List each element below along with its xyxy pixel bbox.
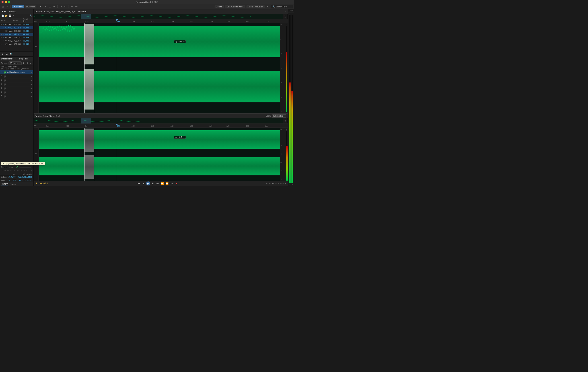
output-knob-icon[interactable]: ◎ xyxy=(9,166,10,168)
mini-zoom-out-icon[interactable]: ◁ xyxy=(284,14,286,16)
select-tool-icon[interactable]: ⌖ xyxy=(44,5,47,9)
file-item-4[interactable]: ▶ ♪♪ 04-root...ub-yard.mp3 3:21.012 4410… xyxy=(0,33,33,36)
export-btn[interactable]: ⇨ xyxy=(266,182,268,185)
zoom-select[interactable]: Independent xyxy=(272,114,286,118)
effect-item-3[interactable]: 3 ⏻ ▶ xyxy=(0,78,33,82)
view-dur-val[interactable]: 2:27.252 xyxy=(25,179,32,181)
new-file-icon[interactable]: 📄 xyxy=(1,14,4,17)
workspace-radio-btn[interactable]: Radio Production xyxy=(246,5,265,8)
file-item-6[interactable]: ▶ ♪♪ 06-root...ub-yard.mp3 3:29.867 4410… xyxy=(0,39,33,42)
skip-prev-btn[interactable]: ⏭ xyxy=(156,181,160,186)
effect-power-2[interactable]: ⏻ xyxy=(4,75,6,78)
effect-expand-5[interactable]: ▶ xyxy=(31,87,33,89)
pause-btn[interactable]: ⏸ xyxy=(151,181,155,186)
cursor-tool-icon[interactable]: ↖ xyxy=(39,5,43,9)
save-preset-icon[interactable]: ⬇ xyxy=(22,62,25,64)
pencil-tool-icon[interactable]: ✏ xyxy=(70,5,74,9)
workspace-edit-audio-btn[interactable]: Edit Audio to Video xyxy=(225,5,245,8)
effect-expand-4[interactable]: ▶ xyxy=(31,83,33,85)
maximize-button[interactable] xyxy=(8,1,10,3)
properties-tab[interactable]: Properties xyxy=(19,57,29,60)
effect-expand-3[interactable]: ▶ xyxy=(31,79,33,81)
zoom-time-btn[interactable]: ⊞ xyxy=(285,182,286,185)
skip-end-btn[interactable]: ⏭ xyxy=(170,181,174,186)
share-btn[interactable]: ⇦ xyxy=(269,182,271,185)
preview-waveform-tracks[interactable]: ◎ +0 dB ✕ xyxy=(39,128,280,181)
record-btn[interactable]: ⏺ xyxy=(175,181,178,186)
effect-expand-7[interactable]: ▶ xyxy=(31,95,33,97)
mini-waveform-overview[interactable]: ◁ ▷ xyxy=(33,14,288,19)
effect-expand-2[interactable]: ▶ xyxy=(31,75,33,77)
zoom-out-btn[interactable]: ⊖ xyxy=(272,182,274,185)
skip-start-btn[interactable]: ⏮ xyxy=(137,181,141,186)
effect-power-4[interactable]: ⏻ xyxy=(4,83,6,86)
view-end-val[interactable]: 2:27.252 xyxy=(17,179,24,181)
multitrack-tab[interactable]: Multitrack xyxy=(25,5,36,8)
view-start-val[interactable]: 2:27.252 xyxy=(8,179,16,181)
effect-item-1[interactable]: 1 ⏻ Multiband Compressor ▶ xyxy=(0,70,33,74)
search-box[interactable]: 🔍 Search Help xyxy=(271,5,293,8)
favorite-preset-icon[interactable]: ★ xyxy=(29,62,32,64)
preview-gain-menu[interactable]: ✕ xyxy=(183,136,184,138)
marquee-tool-icon[interactable]: ◫ xyxy=(48,5,52,9)
mini-zoom-in-icon[interactable]: ▷ xyxy=(284,17,286,19)
smooth-tool-icon[interactable]: 〰 xyxy=(74,5,78,9)
workspace-more-icon[interactable]: » xyxy=(266,5,270,9)
effects-rack-menu-icon[interactable]: ≡ xyxy=(14,57,17,60)
effect-power-1[interactable]: ⏻ xyxy=(4,71,6,74)
stop-btn[interactable]: ⏹ xyxy=(141,181,146,186)
delete-preset-icon[interactable]: 🗑 xyxy=(26,62,29,64)
minimize-button[interactable] xyxy=(5,1,7,3)
close-file-icon[interactable]: ✕ xyxy=(12,14,15,17)
effect-item-2[interactable]: 2 ⏻ ▶ xyxy=(0,74,33,78)
preview-zoom-fit-icon[interactable]: ⛶ xyxy=(35,153,37,155)
effect-expand-1[interactable]: ▶ xyxy=(31,72,33,73)
effect-item-4[interactable]: 4 ⏻ ▶ xyxy=(0,82,33,86)
gain-menu-icon[interactable]: ◻ xyxy=(183,41,184,43)
toolbar-icon-monitor[interactable]: ⊞ xyxy=(1,5,5,9)
file-item-5[interactable]: ▶ ♪♪ 05-root...ub-yard.mp3 3:15.787 4410… xyxy=(0,36,33,39)
sel-dur-val[interactable]: 0:13.813 xyxy=(25,176,32,178)
preview-mini-icon[interactable]: ⊡ xyxy=(284,120,286,122)
zoom-fit-icon[interactable]: ⛶ xyxy=(35,45,37,47)
sel-end-val[interactable]: 0:53.813 xyxy=(17,176,25,178)
play-btn[interactable]: ▶ xyxy=(146,181,150,186)
file-item-1[interactable]: ▶ ♪♪ 01-root...ub-yard.mp3 3:24.434 4410… xyxy=(0,23,33,26)
effect-item-7[interactable]: 7 ⏻ ▶ xyxy=(0,94,33,98)
scroll-left-btn[interactable]: ◂ xyxy=(280,182,282,185)
fast-forward-btn[interactable]: ⏩ xyxy=(165,181,169,186)
output-meter-icon[interactable]: ▣ xyxy=(11,166,13,168)
razor-tool-icon[interactable]: ✂ xyxy=(52,5,56,9)
redo-icon[interactable]: ↻ xyxy=(63,5,67,9)
zoom-in-btn[interactable]: ⊕ xyxy=(275,182,277,185)
file-item-2[interactable]: ▶ ♪♪ 02-root...b-yard.mp3 * 2:27.252 441… xyxy=(0,26,33,29)
tab-files[interactable]: Files xyxy=(1,10,7,13)
sel-start-val[interactable]: 0:40.000 xyxy=(9,176,17,178)
history-tab[interactable]: History xyxy=(1,183,8,186)
effect-power-5[interactable]: ⏻ xyxy=(4,87,6,90)
effect-power-6[interactable]: ⏻ xyxy=(4,91,6,93)
effect-power-3[interactable]: ⏻ xyxy=(4,79,6,82)
toolbar-icon-waveform-mini[interactable]: ≋ xyxy=(5,5,9,9)
effect-item-5[interactable]: 5 ⏻ ▶ xyxy=(0,86,33,90)
preview-mini-waveform[interactable]: ⊡ xyxy=(33,118,288,124)
open-file-icon[interactable]: 📂 xyxy=(5,14,8,17)
effect-power-7[interactable]: ⏻ xyxy=(4,95,6,98)
channel-split-icon[interactable]: ⋮ xyxy=(35,90,37,92)
autoplay-btn[interactable]: 📢 xyxy=(9,52,12,56)
waveform-tracks[interactable]: ◎ +0 dB ◻ xyxy=(39,23,280,113)
presets-select[interactable]: (Custom) xyxy=(9,62,21,65)
workspace-default-btn[interactable]: Default xyxy=(215,5,224,8)
play-file-btn[interactable]: ▶ xyxy=(1,52,4,56)
undo-icon[interactable]: ↺ xyxy=(59,5,63,9)
tab-markers[interactable]: Markers xyxy=(8,10,17,13)
effect-expand-6[interactable]: ▶ xyxy=(31,91,33,93)
close-button[interactable] xyxy=(1,1,4,3)
scroll-right-btn[interactable]: ▸ xyxy=(283,182,284,185)
file-item-3[interactable]: ▶ ♪♪ 03-root...ub-yard.mp3 3:05.364 4410… xyxy=(0,29,33,33)
rewind-btn[interactable]: ⏪ xyxy=(160,181,164,186)
effect-item-6[interactable]: 6 ⏻ ▶ xyxy=(0,90,33,94)
zoom-fit-btn[interactable]: ⊡ xyxy=(278,182,279,185)
waveform-tab[interactable]: Waveform xyxy=(12,5,24,8)
search-files-icon[interactable]: 🔍 xyxy=(29,14,32,17)
